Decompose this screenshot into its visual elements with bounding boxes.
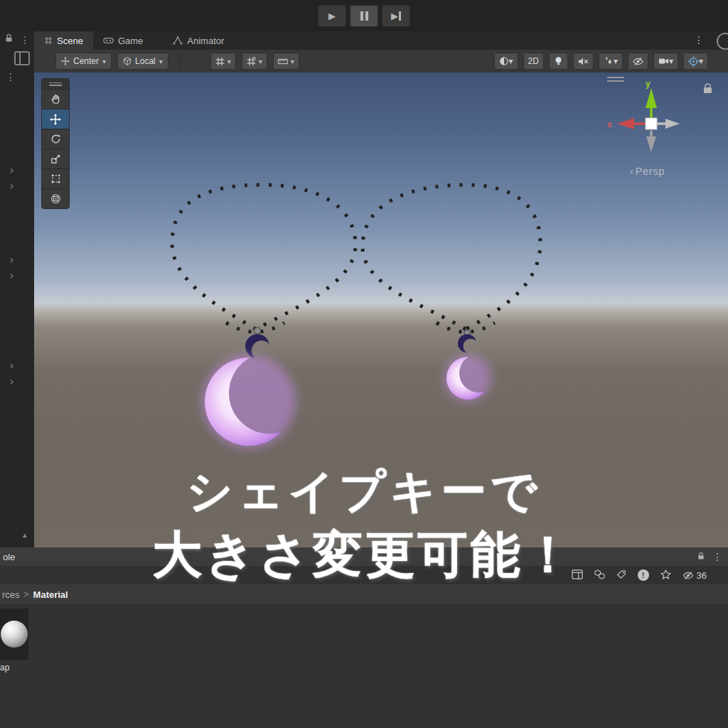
toolbar-right-group: ▾ 2D ▾	[494, 53, 728, 70]
shading-sphere-icon	[499, 56, 509, 66]
pivot-dropdown[interactable]: Center ▾	[55, 53, 112, 70]
play-button[interactable]: ▶	[318, 5, 346, 27]
hierarchy-expand-icon[interactable]: ›	[10, 164, 14, 176]
material-sphere-icon	[1, 621, 28, 648]
grid-snap-icon	[247, 57, 256, 66]
grid-visibility-dropdown[interactable]: ▾	[210, 53, 236, 70]
pivot-icon	[61, 57, 70, 65]
gizmos-caret-icon: ▾	[699, 56, 703, 66]
space-caret-icon: ▾	[159, 58, 163, 65]
play-icon: ▶	[328, 11, 336, 21]
tab-game[interactable]: Game	[93, 31, 153, 50]
gizmo-z-cone	[665, 119, 680, 129]
camera-dropdown[interactable]: ▾	[653, 53, 678, 70]
top-strip: ▶ ▶	[0, 0, 728, 31]
scene-gizmos-dropdown[interactable]: ▾	[683, 53, 708, 70]
snap-increment-dropdown[interactable]: ▾	[273, 53, 299, 70]
tab-scene[interactable]: Scene	[34, 31, 93, 50]
pause-button[interactable]	[350, 5, 378, 27]
audio-toggle[interactable]	[573, 53, 594, 70]
dock-menu-icon[interactable]: ⋮	[6, 71, 16, 82]
hierarchy-expand-icon[interactable]: ›	[10, 375, 14, 387]
gizmo-lock-icon	[704, 84, 712, 93]
tab-scene-label: Scene	[57, 36, 83, 46]
pause-icon	[360, 11, 368, 21]
pivot-label: Center	[73, 56, 99, 66]
gamepad-icon	[103, 36, 114, 45]
gizmo-x-label: x	[607, 119, 612, 129]
lightbulb-icon	[554, 56, 563, 66]
asset-tile[interactable]: ap	[0, 609, 30, 674]
pivot-caret-icon: ▾	[102, 58, 106, 65]
hierarchy-expand-icon[interactable]: ›	[10, 253, 14, 265]
cube-icon	[123, 57, 132, 65]
project-breadcrumb: rces > Material	[0, 584, 728, 605]
move-tool-button[interactable]	[41, 109, 70, 129]
toolbar-left-group: Center ▾ Local ▾ ▾ ▾	[55, 53, 299, 70]
camera-caret-icon: ▾	[669, 56, 673, 66]
ruler-icon	[278, 57, 288, 66]
shading-mode-dropdown[interactable]: ▾	[494, 53, 518, 70]
gizmos-target-icon	[688, 56, 699, 67]
panel-lock-icon[interactable]	[4, 33, 14, 45]
asset-label: ap	[0, 663, 30, 673]
tab-row-menu-icon[interactable]: ⋮	[694, 34, 704, 46]
2d-toggle[interactable]: 2D	[523, 53, 544, 70]
rotate-tool-button[interactable]	[41, 129, 70, 149]
gizmo-x-cone	[617, 118, 634, 129]
rotate-icon	[50, 134, 61, 144]
step-button[interactable]: ▶	[382, 5, 410, 27]
shading-caret-icon: ▾	[509, 56, 513, 66]
lighting-toggle[interactable]	[549, 53, 568, 70]
space-label: Local	[135, 56, 156, 66]
eye-slash-icon	[633, 57, 643, 66]
gizmo-center-cube	[646, 118, 657, 129]
grid-snap-caret-icon: ▾	[259, 58, 262, 65]
moon-right	[446, 357, 489, 400]
playbar: ▶ ▶	[318, 5, 410, 27]
hierarchy-expand-icon[interactable]: ›	[10, 269, 14, 281]
scene-grid-icon	[44, 36, 53, 45]
scale-tool-button[interactable]	[41, 149, 70, 169]
effects-dropdown[interactable]: ▾	[599, 53, 623, 70]
camera-icon	[658, 57, 669, 65]
hand-tool-button[interactable]	[41, 89, 70, 109]
snap-caret-icon: ▾	[291, 58, 294, 65]
hierarchy-expand-icon[interactable]: ›	[10, 359, 14, 371]
perspective-label[interactable]: ‹ Persp	[630, 165, 665, 177]
grid-icon	[215, 57, 225, 66]
caption-line-1: シェイプキーで	[0, 461, 728, 522]
toolbar-separator	[180, 54, 181, 68]
transform-tool-button[interactable]	[41, 188, 70, 209]
tab-animator-label: Animator	[187, 36, 224, 46]
animator-icon	[173, 36, 183, 45]
gizmo-y-label: y	[646, 79, 651, 89]
grid-caret-icon: ▾	[228, 58, 231, 65]
earring-hook-left	[255, 328, 261, 334]
dark-crescent-right	[458, 334, 476, 353]
rect-tool-button[interactable]	[41, 168, 70, 189]
gizmo-y-cone	[646, 88, 657, 108]
move-icon	[50, 114, 61, 125]
breadcrumb-root[interactable]: rces	[2, 589, 20, 600]
tab-row: Scene Game Animator	[34, 31, 728, 50]
moon-left	[205, 358, 293, 446]
hierarchy-expand-icon[interactable]: ›	[10, 179, 14, 191]
caption-line-2: 大きさ変更可能！	[0, 522, 728, 587]
panel-menu-icon[interactable]: ⋮	[20, 34, 30, 46]
space-dropdown[interactable]: Local ▾	[117, 53, 168, 70]
earring-wire-dots	[172, 185, 540, 332]
scene-visibility-toggle[interactable]	[628, 53, 648, 70]
scale-icon	[50, 154, 61, 164]
persp-text: Persp	[636, 165, 665, 177]
grid-snap-toggle[interactable]: ▾	[242, 53, 267, 70]
tool-column-handle-icon[interactable]	[41, 78, 70, 90]
transform-icon	[50, 193, 61, 204]
orientation-gizmo[interactable]: y x	[603, 78, 728, 164]
material-preview-thumb	[0, 609, 28, 660]
split-window-icon[interactable]	[14, 51, 30, 68]
gizmo-down-cone	[646, 136, 656, 152]
breadcrumb-current[interactable]: Material	[33, 589, 68, 600]
tab-animator[interactable]: Animator	[163, 31, 234, 50]
scene-tool-column	[41, 78, 68, 209]
